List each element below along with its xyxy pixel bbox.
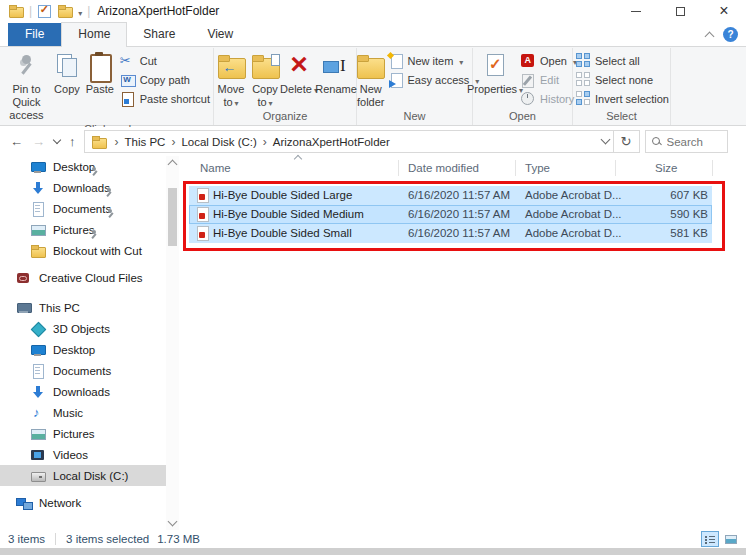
scroll-down-icon[interactable] [168, 517, 178, 527]
sidebar-item-blockout-with-cut[interactable]: Blockout with Cut [0, 240, 166, 261]
column-divider[interactable] [615, 160, 616, 176]
column-header-size[interactable]: Size [655, 162, 677, 174]
details-view-button[interactable] [701, 531, 719, 547]
back-button[interactable]: ← [10, 134, 23, 149]
easy-access-icon [388, 72, 404, 88]
sidebar-item-pictures[interactable]: Pictures [0, 423, 166, 444]
sidebar-scrollbar[interactable] [166, 156, 179, 530]
sidebar-item-videos[interactable]: Videos [0, 444, 166, 465]
sidebar-item-label: Documents [53, 203, 111, 215]
details-view-icon [705, 535, 715, 544]
dropdown-caret [267, 96, 273, 108]
sidebar-item-this-pc[interactable]: This PC [0, 297, 166, 318]
sidebar-item-desktop[interactable]: Desktop [0, 156, 166, 177]
refresh-button[interactable]: ↻ [614, 130, 640, 153]
file-row[interactable]: Hi-Bye Double Sided Medium6/16/2020 11:5… [185, 205, 746, 224]
copy-button[interactable]: Copy [51, 48, 83, 96]
rename-button[interactable]: Rename [316, 48, 356, 96]
new-item-button[interactable]: New item [385, 51, 483, 70]
music-icon [30, 405, 46, 421]
paste-icon [89, 52, 111, 81]
scroll-up-icon[interactable] [168, 160, 178, 170]
copy-to-button[interactable]: Copy to [248, 48, 282, 109]
search-input[interactable] [667, 136, 717, 148]
tab-file[interactable]: File [8, 23, 61, 46]
column-divider[interactable] [398, 160, 399, 176]
tab-home[interactable]: Home [61, 22, 127, 47]
select-none-button[interactable]: Select none [573, 70, 672, 89]
pin-to-quick-access-button[interactable]: Pin to Quick access [2, 48, 51, 122]
copy-icon [54, 52, 80, 80]
search-box[interactable] [645, 130, 728, 153]
address-bar[interactable]: This PCLocal Disk (C:)ArizonaXpertHotFol… [84, 130, 614, 153]
properties-quick-icon[interactable] [37, 4, 51, 18]
forward-button[interactable]: → [32, 134, 45, 149]
scrollbar-thumb[interactable] [168, 188, 177, 246]
column-header-name[interactable]: Name [200, 162, 231, 174]
column-header-type[interactable]: Type [525, 162, 550, 174]
minimize-button[interactable] [614, 0, 658, 22]
minimize-icon [631, 11, 641, 12]
new-folder-quick-icon[interactable] [57, 3, 73, 19]
breadcrumb-segment[interactable]: Local Disk (C:) [181, 136, 256, 148]
select-all-button[interactable]: Select all [573, 51, 672, 70]
maximize-button[interactable] [658, 0, 702, 22]
select-none-icon [576, 72, 591, 87]
help-icon[interactable]: ? [723, 27, 738, 42]
tab-share[interactable]: Share [127, 23, 191, 46]
file-rows: Hi-Bye Double Sided Large6/16/2020 11:57… [185, 186, 746, 243]
sidebar-item-label: Documents [53, 365, 111, 377]
select-all-icon [576, 53, 591, 68]
sidebar-item-desktop[interactable]: Desktop [0, 339, 166, 360]
sidebar-item-creative-cloud-files[interactable]: Creative Cloud Files [0, 267, 166, 288]
up-button[interactable]: ↑ [69, 134, 76, 149]
group-label-organize: Organize [214, 109, 356, 125]
qat-dropdown-icon[interactable] [76, 2, 82, 20]
breadcrumb-segment[interactable]: ArizonaXpertHotFolder [273, 136, 390, 148]
column-divider[interactable] [712, 160, 713, 176]
downloads-icon [30, 180, 46, 196]
breadcrumb-separator-icon [165, 136, 181, 148]
copy-path-button[interactable]: Copy path [117, 70, 213, 89]
breadcrumb-separator-icon [109, 136, 125, 148]
invert-selection-button[interactable]: Invert selection [573, 89, 672, 108]
thumbnails-view-icon [725, 535, 737, 544]
delete-icon: × [286, 51, 312, 81]
new-folder-button[interactable]: New folder [357, 48, 385, 109]
sidebar-item-downloads[interactable]: Downloads [0, 177, 166, 198]
close-button[interactable]: × [702, 0, 746, 22]
sidebar-item-network[interactable]: Network [0, 492, 166, 513]
address-dropdown-icon[interactable] [600, 135, 610, 145]
sidebar-item-documents[interactable]: Documents [0, 360, 166, 381]
ribbon-group-open: Properties Open Edit History Open [473, 48, 573, 125]
file-row[interactable]: Hi-Bye Double Sided Small6/16/2020 11:57… [185, 224, 746, 243]
sidebar-item-pictures[interactable]: Pictures [0, 219, 166, 240]
divider: | [87, 4, 90, 18]
file-row[interactable]: Hi-Bye Double Sided Large6/16/2020 11:57… [185, 186, 746, 205]
edit-button[interactable]: Edit [517, 70, 580, 89]
tab-view[interactable]: View [191, 23, 249, 46]
pin-icon [14, 52, 38, 80]
collapse-ribbon-icon[interactable] [705, 31, 715, 41]
column-divider[interactable] [515, 160, 516, 176]
column-header-date-modified[interactable]: Date modified [408, 162, 479, 174]
history-button[interactable]: History [517, 89, 580, 108]
dropdown-caret [233, 96, 239, 108]
recent-locations-icon[interactable] [53, 136, 61, 144]
sidebar-item-local-disk-c-[interactable]: Local Disk (C:) [0, 465, 166, 486]
move-to-button[interactable]: ← Move to [214, 48, 248, 109]
sidebar-item-documents[interactable]: Documents [0, 198, 166, 219]
delete-button[interactable]: × Delete [282, 48, 316, 96]
sidebar-item-music[interactable]: Music [0, 402, 166, 423]
paste-button[interactable]: Paste [83, 48, 117, 96]
paste-shortcut-button[interactable]: Paste shortcut [117, 89, 213, 108]
cut-button[interactable]: Cut [117, 51, 213, 70]
file-type: Adobe Acrobat D... [525, 189, 622, 201]
properties-button[interactable]: Properties [473, 48, 517, 96]
thumbnails-view-button[interactable] [722, 531, 740, 547]
sidebar-item-3d-objects[interactable]: 3D Objects [0, 318, 166, 339]
sidebar-item-downloads[interactable]: Downloads [0, 381, 166, 402]
selected-size: 1.73 MB [157, 533, 200, 545]
breadcrumb-segment[interactable]: This PC [125, 136, 166, 148]
open-button[interactable]: Open [517, 51, 580, 70]
